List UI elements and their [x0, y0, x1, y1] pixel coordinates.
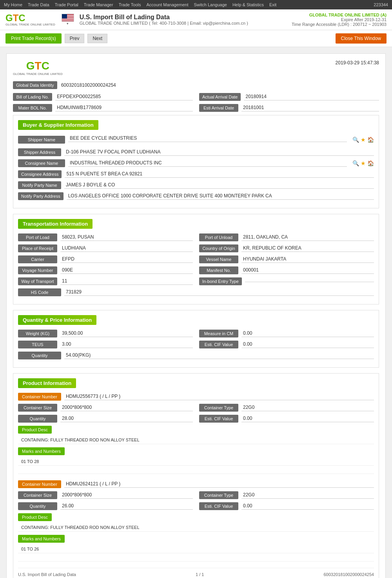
transport-label: Way of Transport	[18, 277, 57, 285]
hs-code-value: 731829	[64, 288, 374, 296]
port-load-col: Port of Load 58023, PUSAN	[18, 233, 193, 241]
manifest-col: Manifest No. 000001	[199, 266, 374, 274]
qty-col-1: Quantity 28.00	[18, 415, 193, 423]
consignee-address-value: 515 N PUENTE ST BREA CA 92821	[65, 170, 374, 178]
nav-help-statistics[interactable]: Help & Statistics	[232, 2, 264, 7]
weight-measure-row: Weight (KG) 39,500.00 Measure in CM 0.00	[18, 330, 374, 337]
nav-trade-data[interactable]: Trade Data	[28, 2, 49, 7]
notify-party-name-label: Notify Party Name	[18, 181, 61, 189]
shipper-star-icon[interactable]: ★	[361, 137, 366, 143]
nav-exit[interactable]: Exit	[269, 2, 276, 7]
print-button-top[interactable]: Print Trade Record(s)	[5, 33, 62, 44]
prev-button-top[interactable]: Prev	[65, 34, 85, 43]
record-date: 2019-03-29 15:47:38	[336, 60, 379, 66]
shipper-home-icon[interactable]: 🏠	[367, 137, 374, 143]
prod-cif-value-1: 0.00	[241, 415, 374, 422]
prod-cif-value-2: 0.00	[241, 502, 374, 510]
master-bol-col: Mater BOL No. HDMUINWB1778609	[13, 104, 193, 112]
teus-value: 3.00	[60, 341, 193, 348]
expire-info: Expire After 2019-12-31	[292, 17, 387, 22]
record-logo: GTC GLOBAL TRADE ONLINE LIMITED	[13, 60, 63, 76]
carrier-col: Carrier EFPD	[18, 255, 193, 263]
nav-trade-manager[interactable]: Trade Manager	[84, 2, 113, 7]
next-button-top[interactable]: Next	[87, 34, 107, 43]
weight-value: 39,500.00	[60, 330, 193, 337]
marks-label-2[interactable]: Marks and Numbers	[18, 535, 65, 543]
product-desc-row-1: Product Desc CONTAINING: FULLY THREADED …	[18, 426, 374, 444]
consignee-search-icon[interactable]: 🔍	[352, 160, 359, 166]
product-desc-label-1[interactable]: Product Desc	[18, 426, 52, 434]
inbond-col: In-bond Entry Type	[199, 277, 374, 285]
port-unload-label: Port of Unload	[199, 233, 238, 241]
weight-col: Weight (KG) 39,500.00	[18, 330, 193, 337]
esti-arrival-col: Esti Arrival Date 20181001	[199, 104, 379, 112]
container-type-label-1: Container Type	[199, 404, 238, 412]
prod-cif-label-2: Esti. CIF Value	[199, 502, 238, 510]
buyer-supplier-section: Buyer & Supplier Information Shipper Nam…	[13, 115, 379, 208]
notify-party-name-value: JAMES J BOYLE & CO	[64, 181, 374, 189]
master-bol-label: Mater BOL No.	[13, 104, 52, 112]
record-header: GTC GLOBAL TRADE ONLINE LIMITED 2019-03-…	[13, 60, 379, 76]
container-block-1: Container Number HDMU2556773 ( / L / PP …	[18, 393, 374, 474]
carrier-label: Carrier	[18, 255, 57, 263]
qty-cif-row-1: Quantity 28.00 Esti. CIF Value 0.00	[18, 415, 374, 423]
port-unload-value: 2811, OAKLAND, CA	[241, 233, 374, 241]
consignee-name-row: Consignee Name INDUSTRIAL THREADED PRODU…	[18, 159, 374, 167]
product-information-section: Product Information Container Number HDM…	[13, 373, 379, 578]
main-content: GTC GLOBAL TRADE ONLINE LIMITED 2019-03-…	[0, 47, 392, 578]
container-size-type-row-1: Container Size 2000*806*800 Container Ty…	[18, 404, 374, 412]
shipper-address-row: Shipper Address D-106 PHASE 7V FOCAL POI…	[18, 148, 374, 156]
identity-row: Global Data Identity 6003201810020000242…	[13, 81, 379, 89]
buyer-supplier-header: Buyer & Supplier Information	[18, 120, 98, 130]
header-subtitle: GLOBAL TRADE ONLINE LIMITED ( Tel: 400-7…	[80, 21, 292, 26]
nav-links: My Home Trade Data Trade Portal Trade Ma…	[4, 2, 276, 7]
esti-cif-label: Esti. CIF Value	[199, 341, 238, 348]
nav-trade-portal[interactable]: Trade Portal	[55, 2, 78, 7]
country-origin-col: Country of Origin KR, REPUBLIC OF KOREA	[199, 244, 374, 252]
qty-cif-row-2: Quantity 26.00 Esti. CIF Value 0.00	[18, 502, 374, 510]
actual-arrival-col: Actual Arrival Date 20180914	[199, 93, 379, 101]
esti-cif-value: 0.00	[241, 341, 374, 348]
consignee-name-value: INDUSTRIAL THREADED PRODUCTS INC	[68, 159, 347, 167]
nav-trade-tools[interactable]: Trade Tools	[119, 2, 141, 7]
esti-cif-col: Esti. CIF Value 0.00	[199, 341, 374, 348]
nav-my-home[interactable]: My Home	[4, 2, 22, 7]
shipper-search-icon[interactable]: 🔍	[352, 137, 359, 143]
nav-account-management[interactable]: Account Management	[147, 2, 189, 7]
weight-label: Weight (KG)	[18, 330, 57, 337]
marks-value-2: 01 TO 26	[18, 545, 374, 553]
shipper-address-value: D-106 PHASE 7V FOCAL POINT LUDHIANA	[64, 148, 374, 156]
container-number-row-2: Container Number HDMU2624121 ( / L / PP …	[18, 480, 374, 488]
notify-party-address-row: Notify Party Address LOS ANGELES OFFICE …	[18, 192, 374, 200]
country-origin-label: Country of Origin	[199, 244, 238, 252]
logo: GTC GLOBAL TRADE ONLINE LIMITED	[5, 13, 55, 26]
container-number-value-2: HDMU2624121 ( / L / PP )	[64, 480, 374, 488]
notify-party-address-label: Notify Party Address	[18, 192, 64, 200]
container-number-value-1: HDMU2556773 ( / L / PP )	[64, 393, 374, 400]
container-size-value-1: 2000*806*800	[60, 404, 193, 411]
product-desc-label-2[interactable]: Product Desc	[18, 513, 52, 521]
esti-arrival-value: 20181001	[241, 104, 379, 111]
container-number-label-2: Container Number	[18, 480, 61, 488]
container-size-col-1: Container Size 2000*806*800	[18, 404, 193, 412]
bol-row: Bill of Lading No. EFPDEXPO0022585 Actua…	[13, 93, 379, 101]
close-button-top[interactable]: Close This Window	[336, 33, 387, 44]
quantity-price-section: Quantity & Price Information Weight (KG)…	[13, 310, 379, 368]
container-type-value-1: 22G0	[241, 404, 374, 411]
consignee-star-icon[interactable]: ★	[361, 160, 366, 166]
nav-switch-language[interactable]: Switch Language	[194, 2, 227, 7]
notify-party-name-row: Notify Party Name JAMES J BOYLE & CO	[18, 181, 374, 189]
marks-label-1[interactable]: Marks and Numbers	[18, 447, 65, 455]
product-desc-value-1: CONTAINING: FULLY THREADED ROD NON ALLOY…	[18, 436, 374, 444]
record-footer-left: U.S. Import Bill of Lading Data	[18, 572, 76, 577]
consignee-home-icon[interactable]: 🏠	[367, 160, 374, 166]
quantity-price-header: Quantity & Price Information	[18, 315, 96, 325]
transport-col: Way of Transport 11	[18, 277, 193, 285]
measure-col: Measure in CM 0.00	[199, 330, 374, 337]
shipper-address-label: Shipper Address	[18, 148, 61, 156]
manifest-value: 000001	[241, 266, 374, 274]
port-load-label: Port of Load	[18, 233, 57, 241]
product-desc-value-2: CONTAINING: FULLY THREADED ROD NON ALLOY…	[18, 523, 374, 532]
marks-row-1: Marks and Numbers 01 TO 28	[18, 447, 374, 466]
top-navigation: My Home Trade Data Trade Portal Trade Ma…	[0, 0, 392, 9]
